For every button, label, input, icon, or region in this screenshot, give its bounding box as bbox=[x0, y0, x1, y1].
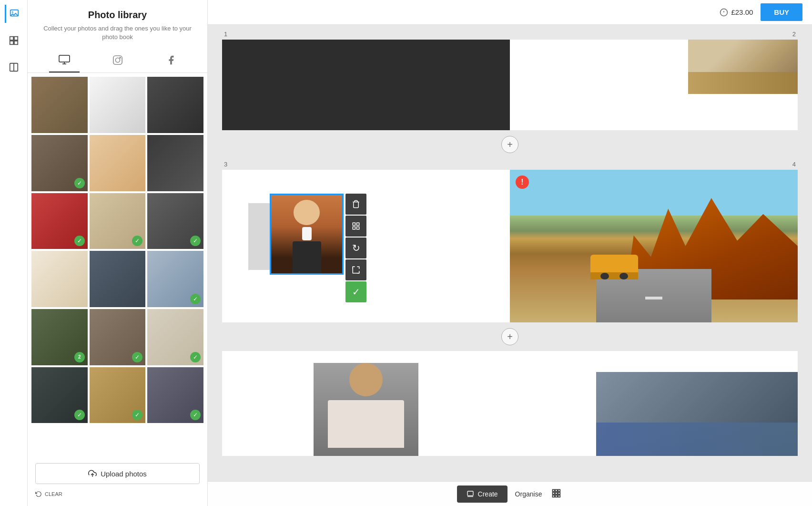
library-footer: Upload photos CLEAR bbox=[28, 458, 207, 506]
svg-rect-33 bbox=[556, 495, 558, 497]
photo-thumb-1[interactable] bbox=[31, 77, 88, 133]
photo-thumb-2[interactable] bbox=[90, 77, 146, 133]
page-1-num: 1 bbox=[222, 31, 510, 38]
spread1-numbers: 1 2 bbox=[222, 29, 798, 40]
photo-thumb-17[interactable]: ✓ bbox=[90, 367, 146, 423]
page-6[interactable] bbox=[510, 351, 798, 456]
edit-toolbar: ↻ ✓ bbox=[345, 194, 366, 302]
photo-thumb-11[interactable] bbox=[90, 251, 146, 307]
photo-grid: ✓✓✓✓✓2✓✓✓✓✓ bbox=[28, 73, 207, 458]
price-info: £23.00 bbox=[720, 8, 753, 17]
portrait-photo bbox=[314, 356, 418, 456]
photo-thumb-7[interactable]: ✓ bbox=[31, 193, 88, 249]
photo-thumb-13[interactable]: 2 bbox=[31, 309, 88, 365]
page-2-num: 2 bbox=[510, 31, 798, 38]
organise-label: Organise bbox=[515, 490, 542, 498]
photo-thumb-10[interactable] bbox=[31, 251, 88, 307]
svg-rect-11 bbox=[113, 56, 122, 64]
spread3 bbox=[222, 351, 798, 456]
organise-grid-button[interactable] bbox=[549, 486, 563, 501]
svg-rect-30 bbox=[556, 492, 558, 494]
create-label: Create bbox=[478, 490, 498, 498]
photo-thumb-3[interactable] bbox=[147, 77, 203, 133]
price: £23.00 bbox=[731, 8, 753, 16]
error-badge: ! bbox=[516, 176, 529, 189]
icon-bar bbox=[0, 0, 28, 506]
spread2: ↻ ✓ ! bbox=[222, 170, 798, 322]
svg-point-12 bbox=[116, 58, 120, 62]
photo-thumb-16[interactable]: ✓ bbox=[31, 367, 88, 423]
svg-rect-21 bbox=[357, 227, 359, 229]
upload-label: Upload photos bbox=[101, 470, 147, 478]
photo-thumb-6[interactable] bbox=[147, 135, 203, 191]
add-page-button-2[interactable]: + bbox=[501, 328, 518, 345]
computer-tab[interactable] bbox=[49, 51, 80, 72]
photo-thumb-15[interactable]: ✓ bbox=[147, 309, 203, 365]
facebook-tab[interactable] bbox=[156, 51, 186, 72]
svg-rect-26 bbox=[553, 490, 555, 492]
spread2-numbers: 3 4 bbox=[222, 159, 798, 170]
svg-rect-18 bbox=[353, 223, 355, 225]
page-2[interactable] bbox=[510, 40, 798, 130]
photo-thumb-12[interactable]: ✓ bbox=[147, 251, 203, 307]
van bbox=[590, 255, 638, 279]
svg-rect-2 bbox=[10, 37, 13, 40]
svg-point-1 bbox=[12, 11, 13, 13]
add-page-row-1: + bbox=[222, 130, 798, 159]
svg-rect-32 bbox=[553, 495, 555, 497]
page-3[interactable]: ↻ ✓ bbox=[222, 170, 510, 322]
top-bar: £23.00 BUY bbox=[208, 0, 812, 25]
clear-button[interactable]: CLEAR bbox=[35, 489, 62, 499]
group-photo bbox=[596, 372, 798, 456]
source-tabs bbox=[28, 46, 207, 73]
desert-photo bbox=[510, 170, 798, 322]
library-subtitle: Collect your photos and drag the ones yo… bbox=[37, 24, 198, 41]
page-4-num: 4 bbox=[510, 161, 798, 168]
rotate-tool-button[interactable]: ↻ bbox=[345, 238, 366, 258]
crop-tool-button[interactable] bbox=[345, 259, 366, 280]
main-content: £23.00 BUY 1 2 + 3 4 bbox=[208, 0, 812, 506]
book-nav-item[interactable] bbox=[5, 58, 23, 76]
photo-edit-frame[interactable] bbox=[270, 194, 344, 275]
layout-tool-button[interactable] bbox=[345, 216, 366, 237]
svg-rect-29 bbox=[553, 492, 555, 494]
instagram-tab[interactable] bbox=[103, 51, 132, 72]
photo-thumb-9[interactable]: ✓ bbox=[147, 193, 203, 249]
pages-container: 1 2 + 3 4 bbox=[208, 0, 812, 470]
page-4[interactable]: ! bbox=[510, 170, 798, 322]
clear-label: CLEAR bbox=[45, 491, 62, 497]
spread1 bbox=[222, 40, 798, 130]
svg-rect-3 bbox=[14, 37, 17, 40]
photo-thumb-8[interactable]: ✓ bbox=[90, 193, 146, 249]
svg-rect-24 bbox=[467, 491, 473, 496]
svg-rect-20 bbox=[353, 227, 355, 229]
confirm-tool-button[interactable]: ✓ bbox=[345, 281, 366, 302]
svg-rect-5 bbox=[14, 41, 17, 44]
road-marking bbox=[645, 297, 662, 299]
svg-rect-19 bbox=[357, 223, 359, 225]
add-page-button-1[interactable]: + bbox=[501, 136, 518, 153]
svg-rect-31 bbox=[558, 492, 560, 494]
buy-button[interactable]: BUY bbox=[761, 3, 802, 21]
photo-thumb-14[interactable]: ✓ bbox=[90, 309, 146, 365]
library-header: Photo library Collect your photos and dr… bbox=[28, 0, 207, 46]
page-3-num: 3 bbox=[222, 161, 510, 168]
library-title: Photo library bbox=[37, 10, 198, 21]
add-page-row-2: + bbox=[222, 322, 798, 351]
photo-thumb-4[interactable]: ✓ bbox=[31, 135, 88, 191]
create-button[interactable]: Create bbox=[457, 485, 508, 503]
svg-rect-4 bbox=[10, 41, 13, 44]
page-5[interactable] bbox=[222, 351, 510, 456]
delete-tool-button[interactable] bbox=[345, 194, 366, 215]
page-1[interactable] bbox=[222, 40, 510, 130]
photo-thumb-18[interactable]: ✓ bbox=[147, 367, 203, 423]
photos-nav-item[interactable] bbox=[5, 5, 23, 23]
photo-edit-container[interactable]: ↻ ✓ bbox=[270, 194, 344, 275]
layouts-nav-item[interactable] bbox=[5, 31, 23, 50]
upload-photos-button[interactable]: Upload photos bbox=[35, 463, 200, 484]
svg-rect-8 bbox=[59, 55, 70, 62]
bottom-bar: Create Organise bbox=[208, 481, 812, 506]
svg-rect-34 bbox=[558, 495, 560, 497]
svg-rect-27 bbox=[556, 490, 558, 492]
photo-thumb-5[interactable] bbox=[90, 135, 146, 191]
